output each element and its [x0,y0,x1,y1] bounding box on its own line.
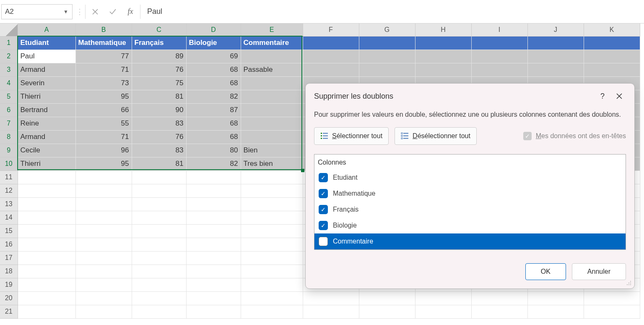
column-header[interactable]: I [471,24,527,36]
cell[interactable] [584,305,640,318]
cell[interactable] [186,291,241,305]
name-box-input[interactable] [2,6,60,18]
cancel-button[interactable]: Annuler [572,263,626,280]
cell[interactable] [132,224,186,238]
cell[interactable] [75,305,132,318]
cell[interactable] [186,184,241,197]
ok-button[interactable]: OK [525,263,566,280]
row-header[interactable]: 16 [0,238,18,251]
select-all-corner[interactable] [0,24,18,36]
checkbox-checked-icon[interactable]: ✓ [319,189,328,198]
cell[interactable]: 81 [132,157,186,170]
cell[interactable] [132,184,186,197]
row-header[interactable]: 10 [0,157,18,170]
cell[interactable] [186,224,241,238]
cell[interactable] [584,291,640,305]
cell[interactable]: 76 [132,63,186,76]
cell[interactable] [241,211,303,224]
cell[interactable] [75,197,132,211]
cell[interactable] [186,251,241,265]
cell[interactable] [584,63,640,76]
cell[interactable]: 82 [186,90,241,103]
cell[interactable]: 95 [75,157,132,170]
cell[interactable] [527,305,584,318]
column-header[interactable]: A [18,24,75,36]
cell[interactable] [584,36,640,50]
close-button[interactable] [611,89,628,103]
cell[interactable] [241,130,303,144]
cell[interactable] [415,50,471,63]
cell[interactable] [527,291,584,305]
cell[interactable]: 83 [132,144,186,157]
row-header[interactable]: 21 [0,305,18,318]
name-box-dropdown-icon[interactable]: ▼ [60,5,72,19]
cell[interactable]: Severin [18,76,75,90]
cell[interactable]: Commentaire [241,36,303,50]
cell[interactable]: Reine [18,117,75,130]
cell[interactable] [303,305,359,318]
row-header[interactable]: 2 [0,50,18,63]
cell[interactable] [18,224,75,238]
cell[interactable] [241,117,303,130]
cell[interactable] [241,265,303,278]
row-header[interactable]: 19 [0,278,18,291]
cell[interactable]: 96 [75,144,132,157]
cell[interactable]: 68 [186,63,241,76]
cell[interactable]: Thierri [18,157,75,170]
cell[interactable] [303,291,359,305]
cell[interactable] [359,305,415,318]
cell[interactable] [241,184,303,197]
column-header[interactable]: K [584,24,640,36]
deselect-all-button[interactable]: Désélectionner tout [395,127,477,145]
row-header[interactable]: 4 [0,76,18,90]
cell[interactable] [132,251,186,265]
cell[interactable] [18,211,75,224]
cell[interactable] [303,36,359,50]
cell[interactable]: 82 [186,157,241,170]
cell[interactable] [18,305,75,318]
column-header[interactable]: C [132,24,186,36]
cell[interactable] [415,63,471,76]
cell[interactable]: 90 [132,103,186,117]
cell[interactable] [359,50,415,63]
fill-handle[interactable] [301,169,304,172]
row-header[interactable]: 20 [0,291,18,305]
cell[interactable]: 89 [132,50,186,63]
cell[interactable] [359,291,415,305]
cell[interactable]: Etudiant [18,36,75,50]
cell[interactable] [18,197,75,211]
cell[interactable] [75,251,132,265]
cell[interactable] [132,211,186,224]
select-all-button[interactable]: Sélectionner tout [314,127,389,145]
cell[interactable] [241,76,303,90]
cell[interactable] [415,305,471,318]
cell[interactable] [415,291,471,305]
checkbox-unchecked-icon[interactable] [319,237,328,246]
cell[interactable] [75,265,132,278]
cell[interactable]: Bertrand [18,103,75,117]
cell[interactable] [241,103,303,117]
row-header[interactable]: 18 [0,265,18,278]
cell[interactable] [471,36,527,50]
cell[interactable]: Tres bien [241,157,303,170]
cell[interactable] [186,238,241,251]
cell[interactable] [471,291,527,305]
cell[interactable] [186,278,241,291]
checkbox-checked-icon[interactable]: ✓ [319,221,328,230]
cell[interactable] [18,265,75,278]
cell[interactable] [75,184,132,197]
column-item[interactable]: Commentaire [314,233,626,249]
cell[interactable] [18,291,75,305]
cell[interactable]: Bien [241,144,303,157]
row-header[interactable]: 9 [0,144,18,157]
cell[interactable] [186,265,241,278]
cell[interactable] [18,278,75,291]
cell[interactable] [186,197,241,211]
cell[interactable]: 87 [186,103,241,117]
cell[interactable] [527,50,584,63]
checkbox-checked-icon[interactable]: ✓ [319,173,328,182]
cell[interactable]: Armand [18,130,75,144]
row-header[interactable]: 1 [0,36,18,50]
cell[interactable] [18,238,75,251]
cell[interactable] [186,170,241,184]
